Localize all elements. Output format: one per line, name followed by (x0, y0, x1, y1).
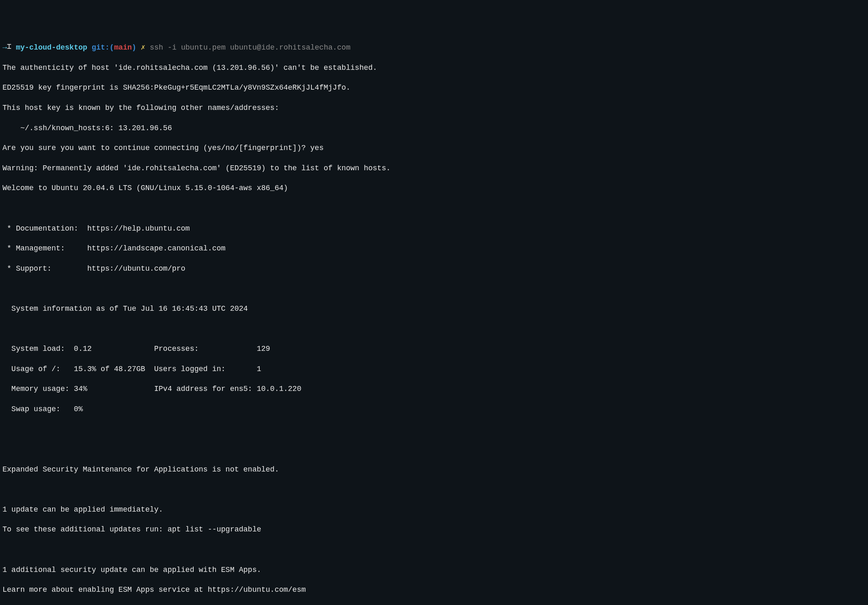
blank-5 (2, 444, 866, 454)
prompt-directory: my-cloud-desktop (16, 43, 87, 52)
esm-line-3: To see these additional updates run: apt… (2, 524, 866, 534)
blank-1 (2, 203, 866, 213)
ssh-target: ubuntu@ide.rohitsalecha.com (230, 43, 351, 52)
sysinfo-row-3: Memory usage: 34% IPv4 address for ens5:… (2, 384, 866, 394)
blank-4 (2, 424, 866, 434)
link-management: * Management: https://landscape.canonica… (2, 243, 866, 253)
esm-line-5: Learn more about enabling ESM Apps servi… (2, 585, 866, 595)
esm-line-4: 1 additional security update can be appl… (2, 565, 866, 575)
ssh-command: ssh -i ubuntu.pem (150, 43, 230, 52)
text-cursor-icon: ⌶ (7, 42, 12, 52)
sysinfo-row-2: Usage of /: 15.3% of 48.27GB Users logge… (2, 364, 866, 374)
esm-line-2: 1 update can be applied immediately. (2, 505, 866, 514)
blank-2 (2, 283, 866, 293)
blank-3 (2, 324, 866, 334)
blank-7 (2, 545, 866, 555)
auth-line-5: Are you sure you want to continue connec… (2, 143, 866, 153)
link-support: * Support: https://ubuntu.com/pro (2, 264, 866, 274)
prompt-arrow-icon: → (2, 43, 7, 52)
welcome-line: Welcome to Ubuntu 20.04.6 LTS (GNU/Linux… (2, 183, 866, 193)
auth-line-2: ED25519 key fingerprint is SHA256:PkeGug… (2, 83, 866, 93)
auth-line-3: This host key is known by the following … (2, 103, 866, 113)
local-prompt-line[interactable]: →⌶ my-cloud-desktop git:(main) ✗ ssh -i … (2, 43, 866, 52)
blank-6 (2, 484, 866, 494)
esm-line-1: Expanded Security Maintenance for Applic… (2, 464, 866, 474)
sysinfo-row-1: System load: 0.12 Processes: 129 (2, 344, 866, 354)
git-label: git:( (92, 43, 114, 52)
sysinfo-header: System information as of Tue Jul 16 16:4… (2, 304, 866, 314)
dirty-indicator-icon: ✗ (141, 43, 145, 52)
sysinfo-row-4: Swap usage: 0% (2, 404, 866, 414)
auth-line-6: Warning: Permanently added 'ide.rohitsal… (2, 163, 866, 173)
git-branch: main (114, 43, 132, 52)
auth-line-1: The authenticity of host 'ide.rohitsalec… (2, 63, 866, 73)
link-documentation: * Documentation: https://help.ubuntu.com (2, 224, 866, 233)
git-close: ) (132, 43, 136, 52)
auth-line-4: ~/.ssh/known_hosts:6: 13.201.96.56 (2, 123, 866, 133)
